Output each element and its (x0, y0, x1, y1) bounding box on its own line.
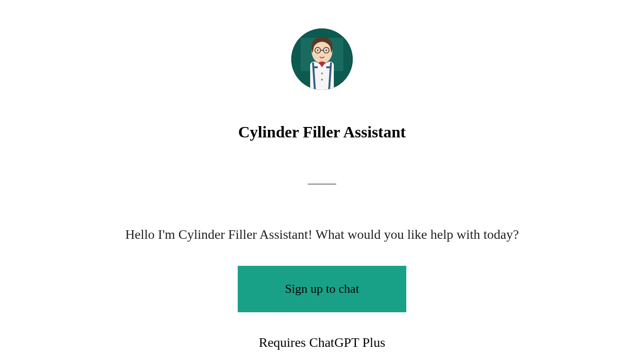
greeting-text: Hello I'm Cylinder Filler Assistant! Wha… (125, 227, 519, 242)
signup-button[interactable]: Sign up to chat (238, 266, 407, 312)
svg-point-7 (326, 50, 327, 51)
svg-point-11 (321, 79, 323, 81)
avatar (291, 28, 353, 90)
svg-rect-9 (326, 66, 330, 68)
divider (308, 184, 336, 184)
avatar-icon (291, 28, 353, 90)
svg-point-6 (317, 50, 319, 51)
page-title: Cylinder Filler Assistant (238, 123, 406, 141)
svg-point-10 (321, 72, 323, 74)
svg-rect-8 (314, 66, 318, 68)
requires-text: Requires ChatGPT Plus (259, 335, 385, 350)
